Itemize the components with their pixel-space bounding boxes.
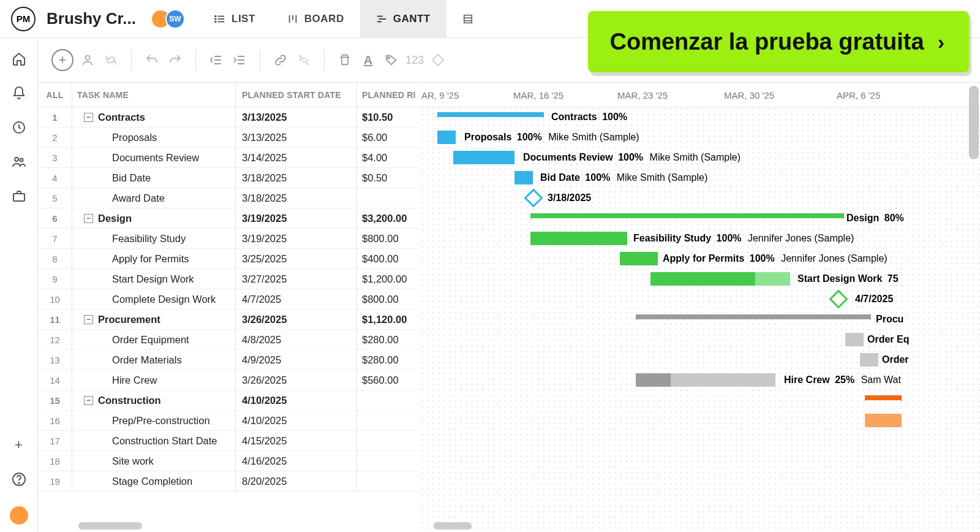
cost[interactable]: $10.50 — [357, 107, 417, 127]
cost[interactable]: $0.50 — [357, 168, 417, 188]
table-row[interactable]: 17Construction Start Date4/15/2025 — [38, 431, 417, 451]
cost[interactable]: $4.00 — [357, 148, 417, 167]
table-row[interactable]: 15−Construction4/10/2025 — [38, 390, 417, 411]
gantt-vscroll-thumb[interactable] — [969, 86, 979, 159]
planned-start[interactable]: 3/19/2025 — [236, 229, 357, 248]
table-row[interactable]: 16Prep/Pre-construction4/10/2025 — [38, 411, 417, 431]
unlink-icon[interactable] — [295, 51, 313, 69]
gantt-bar[interactable] — [865, 414, 902, 427]
cost[interactable] — [357, 411, 417, 430]
task-name-cell[interactable]: −Construction — [72, 390, 236, 410]
planned-start[interactable]: 4/7/2025 — [236, 289, 357, 309]
gantt-bar[interactable] — [650, 272, 790, 286]
planned-start[interactable]: 3/26/2025 — [236, 370, 357, 390]
cost[interactable] — [357, 390, 417, 410]
table-row[interactable]: 5Award Date3/18/2025 — [38, 188, 417, 208]
undo-icon[interactable] — [143, 51, 161, 69]
table-row[interactable]: 3Documents Review3/14/2025$4.00 — [38, 148, 417, 168]
outdent-icon[interactable] — [207, 51, 225, 69]
table-row[interactable]: 18Site work4/16/2025 — [38, 451, 417, 471]
task-name-cell[interactable]: Order Materials — [72, 350, 236, 370]
gantt-bar[interactable] — [453, 151, 514, 164]
table-row[interactable]: 9Start Design Work3/27/2025$1,200.00 — [38, 269, 417, 289]
tag-icon[interactable] — [382, 51, 401, 69]
task-name-cell[interactable]: Order Equipment — [72, 330, 236, 349]
plus-icon[interactable]: + — [12, 438, 26, 452]
gantt-chart[interactable]: AR, 9 '25MAR, 16 '25MAR, 23 '25MAR, 30 '… — [418, 82, 980, 532]
task-name-cell[interactable]: −Contracts — [72, 107, 236, 127]
gantt-hscroll-thumb[interactable] — [434, 522, 472, 530]
avatar-stack[interactable]: SW — [156, 9, 185, 29]
cost[interactable]: $6.00 — [357, 127, 417, 147]
task-name-cell[interactable]: Stage Completion — [72, 471, 236, 491]
col-name[interactable]: TASK NAME — [72, 83, 236, 107]
gantt-bar[interactable] — [437, 131, 456, 144]
gantt-summary-bar[interactable] — [636, 314, 871, 319]
cost[interactable]: $560.00 — [357, 370, 417, 390]
tab-gantt[interactable]: GANTT — [360, 0, 447, 37]
cost[interactable]: $3,200.00 — [357, 208, 417, 228]
trash-icon[interactable] — [336, 51, 354, 69]
gantt-bar[interactable] — [514, 171, 533, 184]
gantt-bar[interactable] — [860, 353, 878, 367]
planned-start[interactable]: 4/16/2025 — [236, 451, 357, 471]
cost[interactable]: $1,200.00 — [357, 269, 417, 289]
task-name-cell[interactable]: Feasibility Study — [72, 229, 236, 248]
col-cost[interactable]: PLANNED RI — [357, 83, 417, 107]
text-color-icon[interactable]: A — [359, 51, 377, 69]
gantt-summary-bar[interactable] — [530, 213, 844, 218]
milestone-diamond[interactable] — [829, 289, 848, 308]
planned-start[interactable]: 4/10/2025 — [236, 390, 357, 410]
task-name-cell[interactable]: Apply for Permits — [72, 249, 236, 268]
planned-start[interactable]: 4/10/2025 — [236, 411, 357, 430]
collapse-toggle[interactable]: − — [84, 113, 93, 122]
tab-list[interactable]: LIST — [198, 0, 271, 37]
planned-start[interactable]: 3/14/2025 — [236, 148, 357, 167]
task-name-cell[interactable]: Start Design Work — [72, 269, 236, 289]
col-all[interactable]: ALL — [38, 83, 72, 107]
diamond-icon[interactable] — [429, 51, 447, 69]
planned-start[interactable]: 3/18/2025 — [236, 188, 357, 208]
gantt-summary-bar[interactable] — [437, 112, 544, 117]
task-name-cell[interactable]: Complete Design Work — [72, 289, 236, 309]
task-name-cell[interactable]: −Design — [72, 208, 236, 228]
project-title[interactable]: Brushy Cr... — [47, 9, 149, 28]
cost[interactable]: $800.00 — [357, 229, 417, 248]
task-name-cell[interactable]: Construction Start Date — [72, 431, 236, 450]
task-name-cell[interactable]: Award Date — [72, 188, 236, 208]
help-icon[interactable] — [12, 472, 26, 487]
cta-banner[interactable]: Comenzar la prueba gratuita › — [588, 11, 969, 72]
tab-board[interactable]: BOARD — [271, 0, 360, 37]
gantt-summary-bar[interactable] — [865, 395, 902, 400]
cost[interactable] — [357, 451, 417, 471]
cost[interactable] — [357, 471, 417, 491]
table-row[interactable]: 12Order Equipment4/8/2025$280.00 — [38, 330, 417, 350]
col-start[interactable]: PLANNED START DATE — [236, 83, 357, 107]
gantt-bar[interactable] — [636, 373, 775, 387]
link-icon[interactable] — [271, 51, 290, 69]
cost[interactable]: $280.00 — [357, 330, 417, 349]
table-row[interactable]: 4Bid Date3/18/2025$0.50 — [38, 168, 417, 188]
cost[interactable]: $280.00 — [357, 350, 417, 370]
redo-icon[interactable] — [166, 51, 184, 69]
collapse-toggle[interactable]: − — [84, 315, 93, 324]
people-icon[interactable] — [12, 154, 26, 169]
grid-hscroll-thumb[interactable] — [78, 522, 142, 530]
add-task-button[interactable]: + — [51, 49, 74, 71]
clock-icon[interactable] — [12, 120, 26, 135]
briefcase-icon[interactable] — [12, 189, 26, 203]
refresh-icon[interactable] — [102, 51, 120, 69]
gantt-bar[interactable] — [845, 333, 864, 346]
indent-icon[interactable] — [230, 51, 249, 69]
planned-start[interactable]: 4/8/2025 — [236, 330, 357, 349]
planned-start[interactable]: 3/26/2025 — [236, 310, 357, 329]
table-row[interactable]: 10Complete Design Work4/7/2025$800.00 — [38, 289, 417, 310]
collapse-toggle[interactable]: − — [84, 396, 93, 405]
task-name-cell[interactable]: −Procurement — [72, 310, 236, 329]
planned-start[interactable]: 3/13/2025 — [236, 107, 357, 127]
cost[interactable]: $1,120.00 — [357, 310, 417, 329]
collapse-toggle[interactable]: − — [84, 214, 93, 223]
bell-icon[interactable] — [12, 86, 26, 101]
table-row[interactable]: 14Hire Crew3/26/2025$560.00 — [38, 370, 417, 390]
planned-start[interactable]: 3/19/2025 — [236, 208, 357, 228]
